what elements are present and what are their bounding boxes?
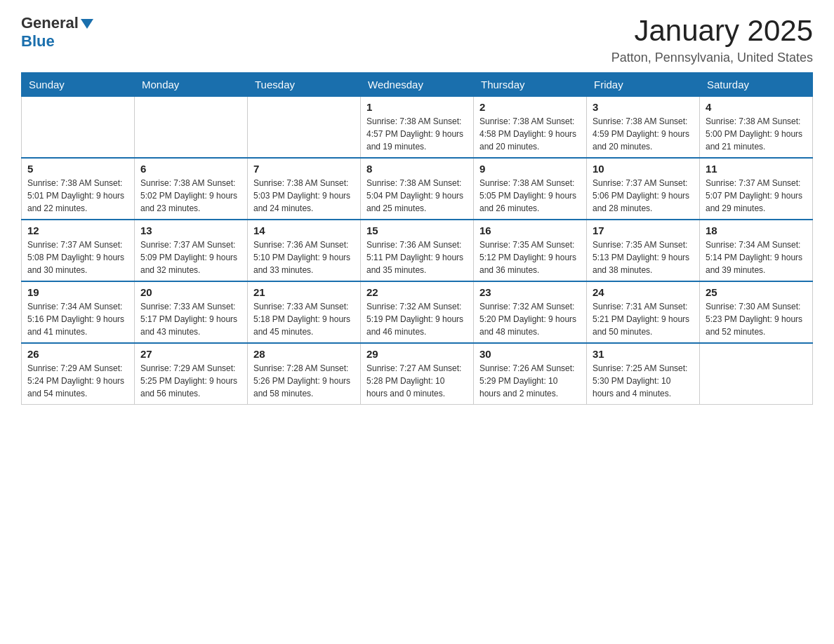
day-info: Sunrise: 7:34 AM Sunset: 5:16 PM Dayligh… (27, 300, 128, 338)
calendar-cell: 2Sunrise: 7:38 AM Sunset: 4:58 PM Daylig… (474, 97, 587, 159)
day-number: 29 (366, 348, 468, 360)
day-number: 25 (706, 286, 807, 298)
header-saturday: Saturday (700, 73, 813, 97)
day-number: 7 (253, 163, 355, 175)
calendar-cell: 20Sunrise: 7:33 AM Sunset: 5:17 PM Dayli… (135, 281, 248, 343)
calendar-cell: 3Sunrise: 7:38 AM Sunset: 4:59 PM Daylig… (587, 97, 700, 159)
calendar-cell: 30Sunrise: 7:26 AM Sunset: 5:29 PM Dayli… (474, 343, 587, 405)
header-monday: Monday (135, 73, 248, 97)
calendar-cell (248, 97, 361, 159)
day-number: 11 (706, 163, 807, 175)
week-row-4: 26Sunrise: 7:29 AM Sunset: 5:24 PM Dayli… (22, 343, 813, 405)
calendar-cell: 29Sunrise: 7:27 AM Sunset: 5:28 PM Dayli… (361, 343, 474, 405)
calendar-cell: 9Sunrise: 7:38 AM Sunset: 5:05 PM Daylig… (474, 158, 587, 220)
day-info: Sunrise: 7:37 AM Sunset: 5:06 PM Dayligh… (593, 177, 694, 215)
day-number: 12 (27, 224, 128, 236)
day-number: 18 (706, 224, 807, 236)
day-number: 14 (253, 224, 355, 236)
header-wednesday: Wednesday (361, 73, 474, 97)
day-info: Sunrise: 7:38 AM Sunset: 4:59 PM Dayligh… (593, 115, 694, 153)
logo-general-text: General (21, 14, 79, 32)
day-info: Sunrise: 7:37 AM Sunset: 5:08 PM Dayligh… (27, 239, 128, 276)
day-info: Sunrise: 7:37 AM Sunset: 5:09 PM Dayligh… (140, 239, 241, 276)
day-number: 1 (366, 101, 468, 113)
header-thursday: Thursday (474, 73, 587, 97)
calendar-cell (22, 97, 135, 159)
day-number: 20 (140, 286, 241, 298)
calendar-cell: 5Sunrise: 7:38 AM Sunset: 5:01 PM Daylig… (22, 158, 135, 220)
calendar-cell: 15Sunrise: 7:36 AM Sunset: 5:11 PM Dayli… (361, 220, 474, 281)
header-sunday: Sunday (22, 73, 135, 97)
day-number: 4 (706, 101, 807, 113)
day-number: 19 (27, 286, 128, 298)
page-header: General Blue January 2025 Patton, Pennsy… (21, 14, 813, 65)
day-info: Sunrise: 7:32 AM Sunset: 5:19 PM Dayligh… (366, 300, 468, 338)
day-info: Sunrise: 7:35 AM Sunset: 5:12 PM Dayligh… (479, 239, 581, 276)
day-number: 6 (140, 163, 241, 175)
calendar-header-row: SundayMondayTuesdayWednesdayThursdayFrid… (22, 73, 813, 97)
logo-triangle-icon (81, 19, 93, 29)
day-info: Sunrise: 7:38 AM Sunset: 5:01 PM Dayligh… (27, 177, 128, 215)
calendar-cell (135, 97, 248, 159)
day-info: Sunrise: 7:29 AM Sunset: 5:25 PM Dayligh… (140, 362, 241, 400)
day-info: Sunrise: 7:29 AM Sunset: 5:24 PM Dayligh… (27, 362, 128, 400)
day-number: 24 (593, 286, 694, 298)
day-info: Sunrise: 7:28 AM Sunset: 5:26 PM Dayligh… (253, 362, 355, 400)
calendar-cell: 11Sunrise: 7:37 AM Sunset: 5:07 PM Dayli… (700, 158, 813, 220)
day-info: Sunrise: 7:33 AM Sunset: 5:18 PM Dayligh… (253, 300, 355, 338)
day-info: Sunrise: 7:33 AM Sunset: 5:17 PM Dayligh… (140, 300, 241, 338)
day-number: 28 (253, 348, 355, 360)
day-number: 22 (366, 286, 468, 298)
calendar-cell: 16Sunrise: 7:35 AM Sunset: 5:12 PM Dayli… (474, 220, 587, 281)
day-info: Sunrise: 7:35 AM Sunset: 5:13 PM Dayligh… (593, 239, 694, 276)
header-tuesday: Tuesday (248, 73, 361, 97)
day-number: 31 (593, 348, 694, 360)
day-info: Sunrise: 7:38 AM Sunset: 5:00 PM Dayligh… (706, 115, 807, 153)
calendar-cell: 12Sunrise: 7:37 AM Sunset: 5:08 PM Dayli… (22, 220, 135, 281)
calendar-cell: 1Sunrise: 7:38 AM Sunset: 4:57 PM Daylig… (361, 97, 474, 159)
calendar-cell: 10Sunrise: 7:37 AM Sunset: 5:06 PM Dayli… (587, 158, 700, 220)
day-number: 3 (593, 101, 694, 113)
day-info: Sunrise: 7:38 AM Sunset: 5:02 PM Dayligh… (140, 177, 241, 215)
day-info: Sunrise: 7:38 AM Sunset: 4:57 PM Dayligh… (366, 115, 468, 153)
day-number: 26 (27, 348, 128, 360)
day-info: Sunrise: 7:27 AM Sunset: 5:28 PM Dayligh… (366, 362, 468, 400)
day-info: Sunrise: 7:26 AM Sunset: 5:29 PM Dayligh… (479, 362, 581, 400)
day-info: Sunrise: 7:38 AM Sunset: 5:04 PM Dayligh… (366, 177, 468, 215)
day-number: 8 (366, 163, 468, 175)
day-number: 16 (479, 224, 581, 236)
calendar-cell: 24Sunrise: 7:31 AM Sunset: 5:21 PM Dayli… (587, 281, 700, 343)
calendar-cell: 31Sunrise: 7:25 AM Sunset: 5:30 PM Dayli… (587, 343, 700, 405)
day-number: 9 (479, 163, 581, 175)
calendar-cell: 14Sunrise: 7:36 AM Sunset: 5:10 PM Dayli… (248, 220, 361, 281)
calendar-cell: 13Sunrise: 7:37 AM Sunset: 5:09 PM Dayli… (135, 220, 248, 281)
day-info: Sunrise: 7:30 AM Sunset: 5:23 PM Dayligh… (706, 300, 807, 338)
calendar-cell: 27Sunrise: 7:29 AM Sunset: 5:25 PM Dayli… (135, 343, 248, 405)
day-info: Sunrise: 7:38 AM Sunset: 4:58 PM Dayligh… (479, 115, 581, 153)
calendar-cell: 6Sunrise: 7:38 AM Sunset: 5:02 PM Daylig… (135, 158, 248, 220)
day-number: 2 (479, 101, 581, 113)
day-number: 23 (479, 286, 581, 298)
day-number: 13 (140, 224, 241, 236)
day-info: Sunrise: 7:36 AM Sunset: 5:10 PM Dayligh… (253, 239, 355, 276)
day-number: 21 (253, 286, 355, 298)
day-info: Sunrise: 7:31 AM Sunset: 5:21 PM Dayligh… (593, 300, 694, 338)
week-row-2: 12Sunrise: 7:37 AM Sunset: 5:08 PM Dayli… (22, 220, 813, 281)
calendar-cell: 19Sunrise: 7:34 AM Sunset: 5:16 PM Dayli… (22, 281, 135, 343)
calendar-cell: 18Sunrise: 7:34 AM Sunset: 5:14 PM Dayli… (700, 220, 813, 281)
calendar-cell: 23Sunrise: 7:32 AM Sunset: 5:20 PM Dayli… (474, 281, 587, 343)
day-info: Sunrise: 7:25 AM Sunset: 5:30 PM Dayligh… (593, 362, 694, 400)
calendar-cell: 21Sunrise: 7:33 AM Sunset: 5:18 PM Dayli… (248, 281, 361, 343)
day-info: Sunrise: 7:38 AM Sunset: 5:03 PM Dayligh… (253, 177, 355, 215)
week-row-3: 19Sunrise: 7:34 AM Sunset: 5:16 PM Dayli… (22, 281, 813, 343)
day-number: 30 (479, 348, 581, 360)
logo: General Blue (21, 14, 93, 51)
calendar-table: SundayMondayTuesdayWednesdayThursdayFrid… (21, 72, 813, 405)
day-number: 10 (593, 163, 694, 175)
calendar-cell: 17Sunrise: 7:35 AM Sunset: 5:13 PM Dayli… (587, 220, 700, 281)
logo-blue-text: Blue (21, 32, 55, 51)
day-info: Sunrise: 7:37 AM Sunset: 5:07 PM Dayligh… (706, 177, 807, 215)
day-info: Sunrise: 7:34 AM Sunset: 5:14 PM Dayligh… (706, 239, 807, 276)
day-number: 27 (140, 348, 241, 360)
day-number: 15 (366, 224, 468, 236)
